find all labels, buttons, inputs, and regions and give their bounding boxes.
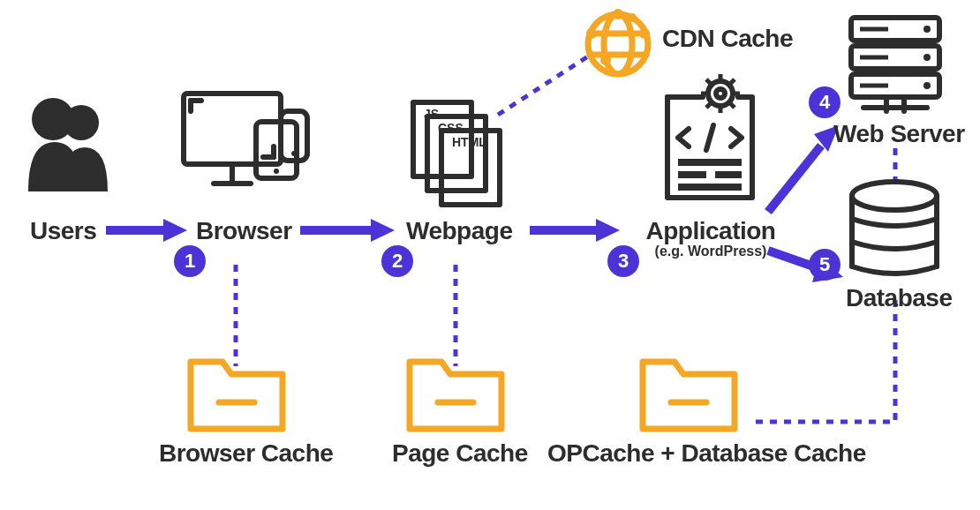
svg-point-15 (32, 98, 74, 140)
step-badge-2: 2 (381, 245, 413, 277)
svg-point-35 (708, 81, 733, 106)
svg-point-34 (628, 13, 637, 22)
svg-point-26 (588, 14, 648, 74)
file-css-label: CSS (438, 121, 464, 135)
folder-icon (403, 351, 509, 439)
globe-icon (583, 9, 653, 79)
svg-point-62 (852, 182, 937, 210)
svg-line-43 (706, 102, 712, 108)
database-label: Database (846, 284, 945, 312)
devices-icon (178, 88, 311, 203)
svg-point-55 (923, 82, 931, 89)
application-label: Application (627, 217, 795, 245)
browser-cache-label: Browser Cache (159, 439, 318, 468)
browser-label: Browser (196, 217, 292, 245)
cdn-label: CDN Cache (662, 25, 793, 53)
folder-icon (636, 351, 742, 439)
page-cache-label: Page Cache (392, 439, 524, 468)
database-icon (844, 178, 945, 284)
svg-marker-5 (163, 219, 187, 242)
step-badge-1: 1 (174, 245, 206, 277)
svg-point-32 (639, 28, 650, 39)
svg-point-33 (600, 55, 611, 65)
svg-line-10 (768, 146, 821, 212)
svg-point-27 (604, 14, 632, 74)
svg-marker-9 (596, 219, 620, 242)
file-js-label: JS (424, 107, 439, 121)
svg-point-30 (613, 9, 623, 19)
svg-marker-7 (371, 219, 395, 242)
step-badge-3: 3 (607, 245, 639, 277)
svg-point-36 (716, 89, 725, 98)
server-icon (846, 12, 945, 118)
files-icon: JS CSS HTML (406, 95, 512, 201)
svg-point-22 (291, 151, 297, 156)
file-html-label: HTML (452, 135, 486, 149)
svg-point-54 (923, 54, 931, 61)
webpage-label: Webpage (406, 217, 512, 245)
svg-line-42 (729, 102, 735, 108)
svg-line-45 (706, 125, 713, 150)
opdb-cache-label: OPCache + Database Cache (547, 439, 839, 468)
webserver-label: Web Server (833, 120, 957, 148)
svg-rect-16 (184, 94, 281, 164)
svg-point-53 (923, 26, 931, 33)
code-gear-icon (657, 81, 763, 205)
svg-point-20 (274, 169, 279, 174)
application-sublabel: (e.g. WordPress) (627, 244, 795, 259)
step-badge-4: 4 (809, 86, 841, 118)
users-icon (26, 93, 110, 194)
step-badge-5: 5 (809, 249, 841, 281)
folder-icon (184, 351, 290, 439)
users-label: Users (30, 217, 96, 245)
svg-point-31 (586, 28, 597, 39)
